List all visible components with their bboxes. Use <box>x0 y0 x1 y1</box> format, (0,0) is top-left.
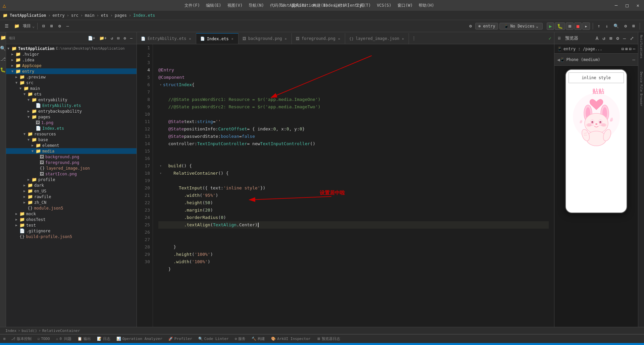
code-breadcrumb-index[interactable]: Index <box>5 329 16 333</box>
close-button[interactable]: ✕ <box>635 2 641 9</box>
collapse-all-icon[interactable]: ⊟ <box>116 35 121 41</box>
tab-foreground-close[interactable]: ✕ <box>337 37 341 41</box>
tree-item-index-ets[interactable]: ▶ 📄 Index.ets <box>6 125 137 131</box>
minimize-button[interactable]: ─ <box>613 2 620 9</box>
code-breadcrumb-relative[interactable]: RelativeContainer <box>42 329 80 333</box>
tree-item-entrybackup[interactable]: ▶ 📁 entrybackupability <box>6 108 137 114</box>
preview-fullscreen-btn[interactable]: ⤢ <box>629 35 635 42</box>
bottom-tab-problems[interactable]: ⚠ 0 问题 <box>53 336 74 342</box>
refresh-icon[interactable]: ↺ <box>109 35 114 41</box>
toolbar-hide-icon[interactable]: — <box>64 22 71 30</box>
tree-item-appscope[interactable]: ▶ 📁 AppScope <box>6 63 137 68</box>
code-content[interactable]: @Entry @Component ▾ struct Index { <box>153 44 554 327</box>
no-devices-button[interactable]: 📱 No Devices ⌄ <box>499 23 542 30</box>
back-btn[interactable]: ◀ <box>557 57 560 62</box>
toolbar-search-icon[interactable]: 🔍 <box>611 22 621 30</box>
project-label[interactable]: 项目 <box>23 23 31 29</box>
tree-item-base[interactable]: ▼ 📁 base <box>6 137 137 142</box>
bottom-tab-operation-analyzer[interactable]: 📊 Operation Analyzer <box>114 336 165 342</box>
new-folder-icon[interactable]: 📁+ <box>98 35 108 41</box>
bottom-tab-profiler[interactable]: 🚀 Profiler <box>166 336 195 342</box>
tree-item-zh-cn[interactable]: ▶ 📁 zh_CN <box>6 199 137 205</box>
project-dropdown-icon[interactable]: ⌄ <box>32 24 35 28</box>
tree-item-hvigor[interactable]: ▶ 📁 .hvigor <box>6 51 137 57</box>
code-editor[interactable]: 1 2 3 4 5 6 7 8 9 10 11 12 13 14 15 16 1 <box>137 44 554 327</box>
tree-item-starticon-png[interactable]: ▶ 🖼 startIcon.png <box>6 171 137 177</box>
tree-item-src[interactable]: ▼ 📁 src <box>6 80 137 85</box>
toolbar-download-icon[interactable]: ↓ <box>604 22 610 30</box>
toolbar-menu-icon[interactable]: ☰ <box>3 22 11 30</box>
tree-item-background-png[interactable]: ▶ 🖼 background.png <box>6 154 137 160</box>
tree-item-idea[interactable]: ▶ 📁 .idea <box>6 57 137 63</box>
tree-item-entryability[interactable]: ▼ 📁 entryability <box>6 97 137 103</box>
tree-item-resources[interactable]: ▼ 📁 resources <box>6 131 137 137</box>
tab-background[interactable]: 🖼 background.png ✕ <box>238 33 292 44</box>
preview-refresh-btn[interactable]: ↺ <box>601 35 606 42</box>
bottom-tab-preview-log[interactable]: 🖥 预览器日志 <box>314 336 343 342</box>
bottom-tab-code-linter[interactable]: 🔍 Code Linter <box>196 336 231 342</box>
tree-item-ets[interactable]: ▼ 📁 ets <box>6 91 137 97</box>
bottom-tab-arkui[interactable]: 🎨 ArkUI Inspector <box>268 336 313 342</box>
tab-entryability[interactable]: 📄 EntryAbility.ets ✕ <box>137 33 196 44</box>
toolbar-config-icon[interactable]: ⚙ <box>622 22 629 30</box>
bottom-tab-log[interactable]: 📝 日志 <box>94 336 113 342</box>
coverage-button[interactable]: ⊞ <box>566 22 573 30</box>
toolbar-collapse-icon[interactable]: ⊟ <box>40 22 47 30</box>
toolbar-expand-icon[interactable]: ⊞ <box>48 22 55 30</box>
tree-item-rawfile[interactable]: ▶ 📁 rawfile <box>6 194 137 199</box>
left-panel-toggle-btn[interactable]: ⊞ <box>1 336 8 342</box>
split-view-btn[interactable]: ⊞ <box>625 47 628 51</box>
toolbar-settings-icon[interactable]: ⚙ <box>56 22 63 30</box>
bottom-tab-service[interactable]: ⚙ 服务 <box>232 336 249 342</box>
notifications-panel-icon[interactable]: Notifications <box>640 35 643 58</box>
maximize-button[interactable]: □ <box>624 2 630 9</box>
tree-item-module-json5[interactable]: ▶ {} module.json5 <box>6 205 137 211</box>
toolbar-sync-icon[interactable]: ⚙ <box>467 22 474 30</box>
tree-item-pages[interactable]: ▼ 📁 pages <box>6 114 137 120</box>
menu-file[interactable]: 文件(F) <box>182 2 203 9</box>
tree-item-element[interactable]: ▶ 📁 element <box>6 142 137 148</box>
device-file-browser-icon[interactable]: Device File Browser <box>640 72 643 106</box>
tree-item-dark[interactable]: ▶ 📁 dark <box>6 182 137 188</box>
tab-layered[interactable]: {} layered_image.json ✕ <box>345 33 409 44</box>
tree-item-main[interactable]: ▼ 📁 main <box>6 85 137 91</box>
bottom-tab-output[interactable]: 📋 输出 <box>75 336 94 342</box>
tab-index-close[interactable]: ✕ <box>231 37 234 41</box>
more-preview-btn[interactable]: ⋯ <box>633 47 635 51</box>
new-file-icon[interactable]: 📄+ <box>87 35 97 41</box>
tree-item-mock[interactable]: ▶ 📁 mock <box>6 211 137 217</box>
more-run-button[interactable]: ▸ <box>582 22 590 30</box>
grid-view-btn[interactable]: ⊟ <box>629 47 632 51</box>
more-device-btn[interactable]: ⋯ <box>633 57 635 62</box>
fold-18-icon[interactable]: ▾ <box>158 170 163 177</box>
debug-button[interactable]: 🐛 <box>555 22 565 30</box>
run-button[interactable]: ▶ <box>547 22 554 30</box>
menu-edit[interactable]: 编辑(E) <box>203 2 224 9</box>
bottom-tab-build[interactable]: 🔨 构建 <box>249 336 268 342</box>
code-breadcrumb-build[interactable]: build() <box>21 329 37 333</box>
tree-item-foreground-png[interactable]: ▶ 🖼 foreground.png <box>6 160 137 165</box>
fold-17-icon[interactable]: ▾ <box>158 162 163 170</box>
tree-item-ohostest[interactable]: ▶ 📁 ohosTest <box>6 217 137 222</box>
device-selector[interactable]: 📱 Phone (medium) <box>560 57 600 62</box>
sidebar-hide-icon[interactable]: — <box>129 35 134 41</box>
bottom-tab-todo[interactable]: ☑ TODO <box>35 336 53 342</box>
tab-foreground[interactable]: 🖼 foreground.png ✕ <box>292 33 345 44</box>
tree-item-test[interactable]: ▶ 📁 test <box>6 222 137 228</box>
tree-item-1png[interactable]: ▶ 🖼 1.png <box>6 120 137 125</box>
tree-item-entry[interactable]: ▼ 📁 entry <box>6 68 137 74</box>
menu-window[interactable]: 窗口(W) <box>395 2 416 9</box>
menu-view[interactable]: 视图(V) <box>225 2 246 9</box>
tab-layered-close[interactable]: ✕ <box>401 37 405 41</box>
toolbar-upload-icon[interactable]: ↑ <box>596 22 602 30</box>
tree-item-build-profile[interactable]: ▶ {} build-profile.json5 <box>6 234 137 239</box>
menu-vcs[interactable]: VCS(S) <box>374 2 394 8</box>
breadcrumb-main[interactable]: main <box>85 13 95 18</box>
breadcrumb-ets[interactable]: ets <box>101 13 108 18</box>
breadcrumb-app[interactable]: TestApplication <box>10 13 46 18</box>
tab-background-close[interactable]: ✕ <box>284 37 287 41</box>
entry-selector[interactable]: ⊕ entry <box>475 23 498 30</box>
breadcrumb-pages[interactable]: pages <box>115 13 127 18</box>
breadcrumb-src[interactable]: src <box>71 13 78 18</box>
menu-help[interactable]: 帮助(H) <box>416 2 437 9</box>
